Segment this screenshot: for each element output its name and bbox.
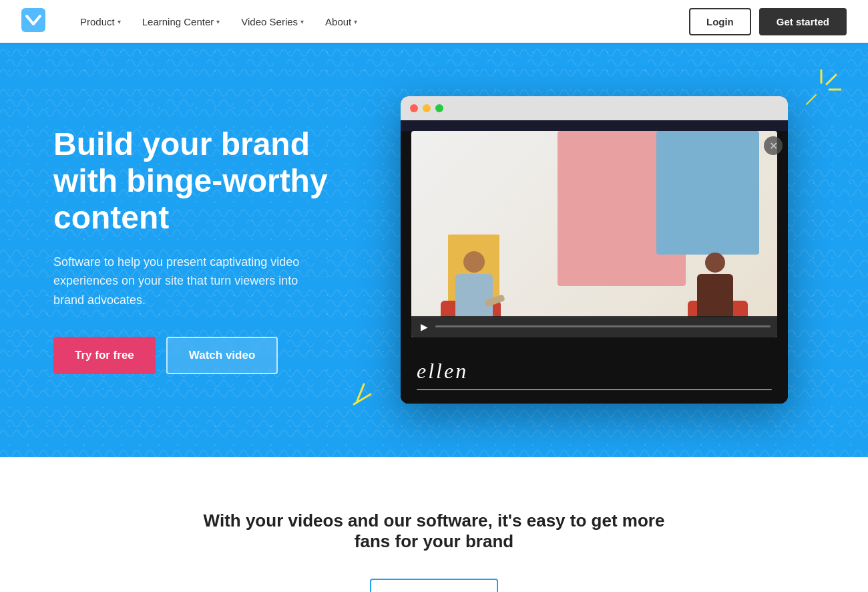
learn-more-button[interactable]: Learn more	[370, 579, 499, 592]
window-close-dot	[410, 104, 418, 112]
person-head-left	[463, 251, 485, 273]
nav-actions: Login Get started	[689, 8, 847, 35]
login-button[interactable]: Login	[689, 8, 751, 35]
progress-bar[interactable]	[435, 325, 771, 327]
person-body-left	[455, 274, 493, 317]
person-head-right	[705, 253, 725, 273]
try-free-button[interactable]: Try for free	[53, 337, 156, 374]
svg-rect-0	[21, 8, 45, 32]
signature-text: ellen	[417, 359, 772, 384]
svg-line-3	[827, 75, 836, 84]
window-maximize-dot	[435, 104, 443, 112]
section-two: With your videos and our software, it's …	[0, 457, 868, 592]
nav-links: Product ▾ Learning Center ▾ Video Series…	[72, 11, 689, 33]
browser-titlebar	[401, 96, 788, 120]
play-button[interactable]: ▶	[418, 321, 430, 333]
video-scene	[411, 131, 777, 337]
nav-product[interactable]: Product ▾	[72, 11, 129, 33]
person-left	[455, 251, 493, 317]
watch-video-button[interactable]: Watch video	[166, 337, 278, 374]
close-icon[interactable]: ✕	[764, 136, 783, 155]
browser-mockup: ✕	[401, 96, 788, 403]
video-controls: ▶	[411, 316, 777, 337]
hero-subtitle: Software to help you present captivating…	[53, 253, 320, 310]
chevron-down-icon: ▾	[300, 18, 304, 25]
hero-text-area: Build your brand with binge-worthy conte…	[53, 126, 374, 374]
hero-buttons: Try for free Watch video	[53, 337, 374, 374]
chevron-down-icon: ▾	[118, 18, 121, 25]
section-two-title: With your videos and our software, it's …	[200, 510, 668, 552]
hero-title: Build your brand with binge-worthy conte…	[53, 126, 374, 237]
get-started-button[interactable]: Get started	[759, 8, 847, 35]
nav-learning-center[interactable]: Learning Center ▾	[134, 11, 228, 33]
svg-line-5	[357, 384, 364, 401]
signature-area: ellen	[401, 348, 788, 404]
bg-panel-blue	[656, 131, 758, 255]
person-right	[697, 253, 733, 317]
nav-video-series[interactable]: Video Series ▾	[233, 11, 312, 33]
svg-line-6	[354, 394, 371, 404]
person-body-right	[697, 274, 733, 317]
signature-underline	[417, 389, 772, 390]
chevron-down-icon: ▾	[354, 18, 357, 25]
browser-body: ✕	[401, 131, 788, 403]
chevron-down-icon: ▾	[216, 18, 220, 25]
video-player[interactable]: ▶	[411, 131, 777, 337]
nav-about[interactable]: About ▾	[317, 11, 365, 33]
logo[interactable]	[21, 8, 45, 35]
hero-visual: ✕	[374, 96, 815, 403]
navbar: Product ▾ Learning Center ▾ Video Series…	[0, 0, 868, 43]
window-minimize-dot	[423, 104, 431, 112]
hero-section: Build your brand with binge-worthy conte…	[0, 43, 868, 457]
